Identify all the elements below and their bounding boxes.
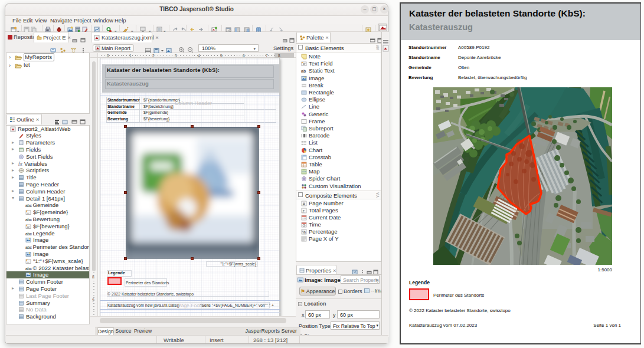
svg-text:ab: ab <box>301 69 306 73</box>
svg-text:Σ: Σ <box>302 208 305 212</box>
svg-text:#: # <box>303 201 305 205</box>
svg-text:%: % <box>302 230 306 234</box>
